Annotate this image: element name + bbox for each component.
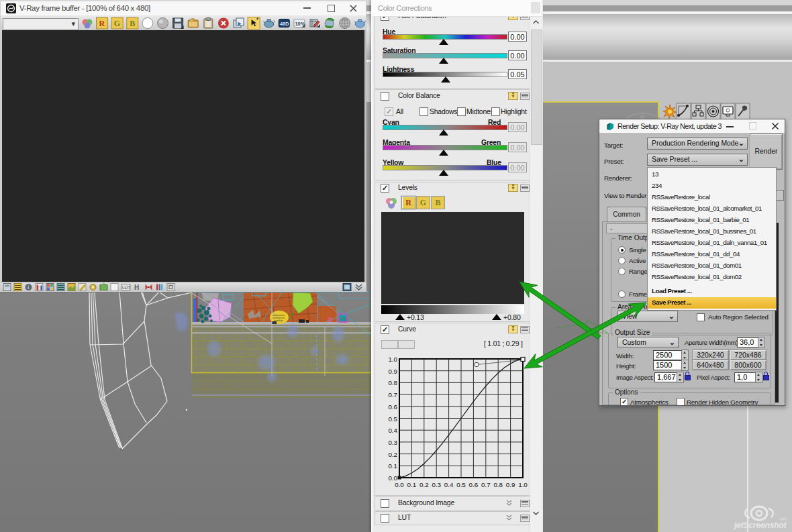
svg-text:48D: 48D <box>280 21 289 27</box>
svg-text:0.1: 0.1 <box>388 462 397 470</box>
svg-text:0.7: 0.7 <box>388 391 397 398</box>
svg-text:0.4: 0.4 <box>444 481 454 488</box>
svg-text:1.0: 1.0 <box>518 481 528 488</box>
svg-text:0.1: 0.1 <box>407 481 417 488</box>
svg-text:0.6: 0.6 <box>388 403 397 411</box>
svg-text:0.2: 0.2 <box>388 451 397 458</box>
svg-text:0.0: 0.0 <box>395 481 404 488</box>
svg-text:0.9: 0.9 <box>506 481 515 488</box>
svg-text:jetScreenshot: jetScreenshot <box>733 521 787 530</box>
svg-text:B: B <box>130 19 135 28</box>
svg-text:0.7: 0.7 <box>481 481 491 488</box>
svg-text:0.8: 0.8 <box>493 481 503 488</box>
svg-text:0.4: 0.4 <box>388 427 397 434</box>
svg-text:LUT: LUT <box>122 285 130 290</box>
svg-text:0.3: 0.3 <box>388 439 397 446</box>
svg-text:1.0: 1.0 <box>388 356 397 363</box>
svg-text:G: G <box>114 19 120 28</box>
svg-text:0.8: 0.8 <box>388 379 397 386</box>
svg-text:0.9: 0.9 <box>388 368 397 375</box>
svg-text:H: H <box>134 284 139 291</box>
svg-text:0.2: 0.2 <box>419 481 429 488</box>
svg-text:0.3: 0.3 <box>432 481 441 488</box>
svg-text:com: com <box>780 517 787 521</box>
svg-text:0.5: 0.5 <box>456 481 466 488</box>
svg-text:0.5: 0.5 <box>388 415 397 423</box>
svg-text:0.6: 0.6 <box>469 481 479 488</box>
svg-text:R: R <box>99 19 105 28</box>
